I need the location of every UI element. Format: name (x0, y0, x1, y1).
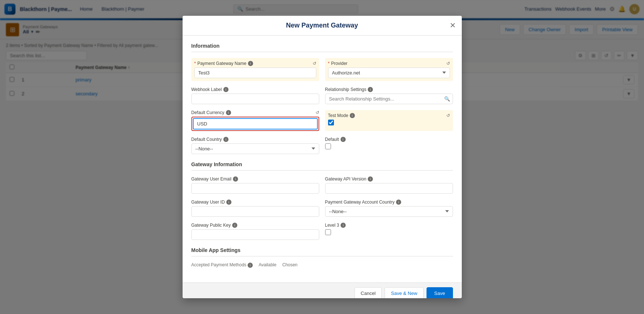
provider-select[interactable]: Authorize.net Stripe PayPal Braintree (328, 67, 450, 78)
search-relationship-icon: 🔍 (444, 96, 450, 102)
modal-body: Information * Payment Gateway Name i ↺ (183, 36, 462, 105)
payment-gateway-name-group: * Payment Gateway Name i ↺ (191, 58, 319, 81)
payment-gateway-name-label: * Payment Gateway Name i (194, 61, 253, 66)
payment-gateway-name-input[interactable] (194, 67, 316, 78)
information-section: Information * Payment Gateway Name i ↺ (191, 43, 453, 105)
payment-gateway-name-label-row: * Payment Gateway Name i ↺ (194, 61, 316, 66)
webhook-label-input[interactable] (191, 94, 319, 104)
provider-label: * Provider (328, 61, 348, 66)
webhook-label-label: Webhook Label i (191, 87, 319, 92)
provider-label-row: * Provider ↺ (328, 61, 450, 66)
provider-reset[interactable]: ↺ (446, 61, 450, 66)
webhook-label-group: Webhook Label i (191, 87, 319, 104)
required-indicator: * (328, 61, 330, 66)
relationship-settings-label: Relationship Settings i (325, 87, 453, 92)
modal-header: New Payment Gateway ✕ (183, 16, 462, 36)
information-form-grid: * Payment Gateway Name i ↺ * (191, 58, 453, 105)
modal: New Payment Gateway ✕ Information * Paym… (183, 16, 462, 105)
modal-close-button[interactable]: ✕ (450, 22, 456, 29)
provider-group: * Provider ↺ Authorize.net Stripe PayPal… (325, 58, 453, 81)
relationship-settings-info[interactable]: i (368, 87, 373, 92)
relationship-settings-group: Relationship Settings i 🔍 (325, 87, 453, 104)
payment-gateway-name-info[interactable]: i (248, 61, 253, 66)
required-indicator: * (194, 61, 196, 66)
payment-gateway-name-reset[interactable]: ↺ (313, 61, 316, 66)
webhook-label-info[interactable]: i (223, 87, 229, 92)
relationship-settings-input[interactable] (325, 94, 453, 104)
modal-overlay: New Payment Gateway ✕ Information * Paym… (0, 0, 644, 105)
modal-title: New Payment Gateway (286, 22, 358, 29)
information-section-header: Information (191, 43, 453, 52)
